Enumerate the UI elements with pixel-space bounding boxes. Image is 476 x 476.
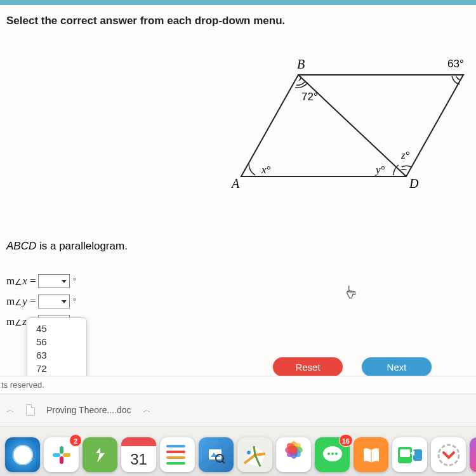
vertex-b-label: B — [297, 57, 305, 71]
calendar-icon[interactable]: 31 — [121, 437, 156, 472]
messages-icon[interactable]: 16 — [315, 437, 350, 472]
dropdown-y[interactable] — [38, 294, 70, 308]
parallelogram-diagram: B A D 72° 63° x° y° z° — [209, 50, 470, 208]
svg-rect-9 — [60, 456, 63, 464]
dropdown-x[interactable] — [38, 274, 70, 288]
dropdown-option[interactable]: 45 — [27, 322, 86, 335]
angle-y-prompt: m∠y = — [6, 295, 38, 308]
angle-x-label: x° — [261, 164, 271, 176]
answer-row-x: m∠x = ° — [6, 272, 76, 291]
calendar-day: 31 — [130, 451, 147, 468]
app-icon[interactable] — [431, 437, 466, 472]
facetime-icon[interactable] — [392, 437, 427, 472]
chevron-up-icon[interactable]: ︿ — [143, 404, 151, 416]
svg-point-17 — [327, 453, 330, 455]
svg-rect-23 — [400, 449, 410, 457]
svg-point-25 — [439, 445, 459, 465]
svg-point-19 — [335, 453, 338, 455]
dropdown-option[interactable]: 72 — [27, 362, 86, 375]
statement-suffix: is a parallelogram. — [36, 240, 128, 252]
itunes-icon[interactable] — [470, 437, 476, 472]
chrome-downloads-bar: ︿ Proving Theore....doc ︿ — [0, 393, 476, 426]
notification-badge: 16 — [339, 434, 353, 447]
angle-z-label: z° — [400, 149, 410, 161]
svg-point-18 — [331, 453, 334, 455]
angle-72-label: 72° — [301, 91, 318, 103]
macos-dock: 2 31 16 — [0, 432, 476, 476]
reserved-text: ts reserved. — [1, 380, 44, 390]
answer-row-y: m∠y = ° — [6, 292, 76, 311]
svg-rect-22 — [413, 449, 422, 461]
app-icon[interactable]: 2 — [44, 437, 79, 472]
copyright-bar: ts reserved. — [0, 376, 476, 393]
photos-icon[interactable] — [276, 437, 311, 472]
dropdown-option[interactable]: 56 — [27, 335, 86, 348]
svg-line-13 — [222, 461, 225, 463]
dropdown-option[interactable]: 63 — [27, 348, 86, 362]
safari-icon[interactable] — [5, 437, 40, 472]
abcd-text: ABCD — [6, 240, 36, 252]
dropdown-menu-open[interactable]: 45 56 63 72 — [27, 317, 87, 380]
reminders-icon[interactable] — [160, 437, 195, 472]
window-top-accent — [0, 0, 476, 5]
svg-rect-8 — [60, 446, 63, 454]
maps-icon[interactable] — [237, 437, 272, 472]
angle-y-label: y° — [374, 164, 385, 176]
reset-button[interactable]: Reset — [273, 357, 343, 376]
chevron-up-icon[interactable]: ︿ — [6, 404, 15, 416]
downloaded-file[interactable]: Proving Theore....doc — [46, 405, 131, 415]
svg-rect-7 — [63, 453, 70, 457]
ibooks-icon[interactable] — [354, 437, 388, 472]
next-button[interactable]: Next — [362, 357, 432, 376]
action-buttons: Reset Next — [273, 357, 432, 376]
svg-point-2 — [13, 445, 33, 465]
svg-rect-6 — [53, 453, 60, 457]
svg-point-15 — [247, 451, 251, 454]
notification-badge: 2 — [69, 434, 82, 447]
preview-icon[interactable] — [199, 437, 234, 472]
degree-symbol: ° — [73, 297, 76, 306]
vertex-a-label: A — [230, 176, 240, 190]
angle-x-prompt: m∠x = — [6, 275, 38, 288]
given-statement: ABCD is a parallelogram. — [6, 240, 128, 253]
vertex-d-label: D — [409, 176, 419, 190]
app-icon[interactable] — [83, 437, 117, 472]
angle-63-label: 63° — [447, 58, 464, 70]
svg-line-1 — [298, 75, 406, 176]
instruction-text: Select the correct answer from each drop… — [6, 15, 470, 27]
pointer-cursor-icon — [343, 284, 359, 304]
file-icon — [26, 404, 35, 416]
degree-symbol: ° — [73, 277, 76, 286]
